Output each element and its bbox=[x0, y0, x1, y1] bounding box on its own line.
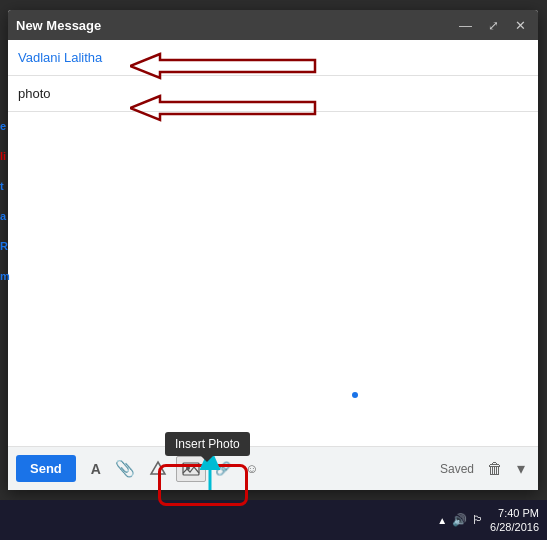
to-field-row bbox=[8, 40, 538, 76]
svg-rect-1 bbox=[183, 463, 199, 475]
subject-field-row bbox=[8, 76, 538, 112]
taskbar-system-icons: ▲ 🔊 🏳 bbox=[437, 513, 484, 527]
delete-button[interactable]: 🗑 bbox=[482, 456, 508, 482]
edge-char-a: a bbox=[0, 210, 8, 222]
insert-photo-tooltip: Insert Photo bbox=[165, 432, 250, 456]
edge-char-e: e bbox=[0, 120, 8, 132]
chevron-icon: ▾ bbox=[517, 459, 525, 478]
photo-icon bbox=[182, 460, 200, 478]
edge-char-li: li bbox=[0, 150, 8, 162]
maximize-button[interactable]: ⤢ bbox=[484, 16, 503, 35]
drive-button[interactable] bbox=[144, 456, 172, 482]
attach-button[interactable]: 📎 bbox=[110, 455, 140, 482]
network-icon: ▲ bbox=[437, 515, 447, 526]
emoji-button[interactable]: ☺ bbox=[240, 457, 263, 480]
minimize-button[interactable]: — bbox=[455, 16, 476, 35]
svg-marker-0 bbox=[151, 462, 165, 474]
compose-window: New Message — ⤢ ✕ Send A 📎 bbox=[8, 10, 538, 490]
attach-icon: 📎 bbox=[115, 459, 135, 478]
time-display: 7:40 PM bbox=[490, 506, 539, 520]
taskbar-right: ▲ 🔊 🏳 7:40 PM 6/28/2016 bbox=[437, 506, 539, 535]
compose-body[interactable] bbox=[8, 112, 538, 446]
to-input[interactable] bbox=[18, 50, 528, 65]
link-button[interactable]: 🔗 bbox=[210, 457, 236, 480]
edge-char-r: R bbox=[0, 240, 8, 252]
taskbar-clock: 7:40 PM 6/28/2016 bbox=[490, 506, 539, 535]
taskbar: ▲ 🔊 🏳 7:40 PM 6/28/2016 bbox=[0, 500, 547, 540]
emoji-icon: ☺ bbox=[245, 461, 258, 476]
saved-status: Saved bbox=[440, 462, 474, 476]
formatting-icon: A bbox=[91, 461, 101, 477]
formatting-button[interactable]: A bbox=[86, 457, 106, 481]
delete-icon: 🗑 bbox=[487, 460, 503, 478]
close-button[interactable]: ✕ bbox=[511, 16, 530, 35]
flag-icon: 🏳 bbox=[472, 513, 484, 527]
tooltip-text: Insert Photo bbox=[175, 437, 240, 451]
drive-icon bbox=[149, 460, 167, 478]
link-icon: 🔗 bbox=[215, 461, 231, 476]
edge-char-t: t bbox=[0, 180, 8, 192]
left-edge-hints: e li t a R m bbox=[0, 120, 8, 282]
send-button[interactable]: Send bbox=[16, 455, 76, 482]
subject-input[interactable] bbox=[18, 86, 528, 101]
compose-toolbar: Send A 📎 🔗 ☺ Saved 🗑 bbox=[8, 446, 538, 490]
window-title: New Message bbox=[16, 18, 101, 33]
date-display: 6/28/2016 bbox=[490, 520, 539, 534]
title-bar: New Message — ⤢ ✕ bbox=[8, 10, 538, 40]
blue-dot bbox=[352, 392, 358, 398]
title-controls: — ⤢ ✕ bbox=[455, 16, 530, 35]
edge-char-m: m bbox=[0, 270, 8, 282]
volume-icon: 🔊 bbox=[452, 513, 467, 527]
more-options-button[interactable]: ▾ bbox=[512, 455, 530, 482]
